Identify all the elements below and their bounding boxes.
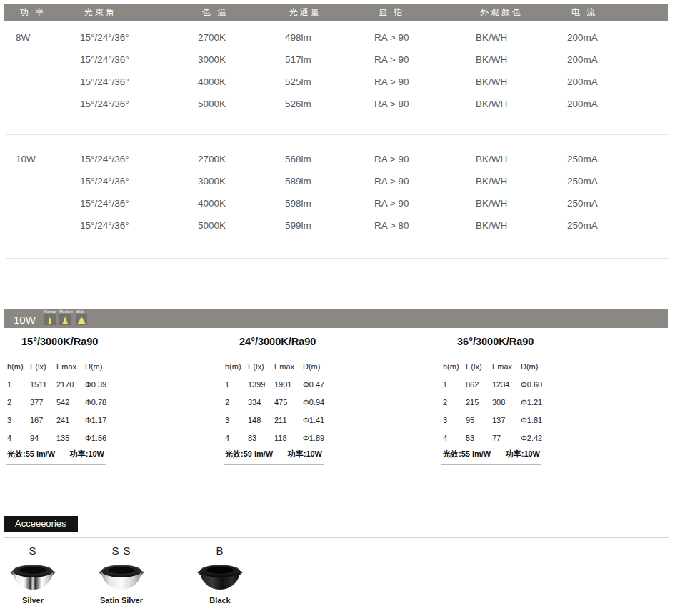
cell-flux: 526lm bbox=[273, 93, 362, 115]
cell-cri: RA > 80 bbox=[362, 214, 464, 237]
power-label: 8W bbox=[4, 26, 68, 49]
pt-col-d: D(m) bbox=[303, 358, 395, 376]
cell-cri: RA > 90 bbox=[362, 170, 464, 192]
spec-sheet-page: 功 率 光束角 色 温 光通量 显 指 外观颜色 电 流 8W 15°/24°/… bbox=[0, 0, 675, 616]
efficacy-value: 光效:59 lm/W bbox=[225, 449, 273, 459]
spec-group-10w: 10W 15°/24°/36° 2700K 568lm RA > 90 BK/W… bbox=[4, 148, 668, 237]
cell-finish: BK/WH bbox=[464, 26, 555, 49]
pt-cell: Φ2.42 bbox=[521, 429, 613, 447]
pt-cell: Φ0.60 bbox=[521, 376, 613, 394]
pt-cell: 4 bbox=[7, 429, 30, 447]
accessory-black: B Bl bbox=[194, 545, 246, 605]
pt-cell: 137 bbox=[492, 412, 521, 429]
beam-triangle-medium-icon bbox=[59, 314, 71, 325]
section-divider bbox=[6, 258, 669, 259]
pt-cell: Φ1.56 bbox=[85, 429, 177, 447]
pt-cell: 94 bbox=[30, 429, 56, 447]
accessory-satin-silver: S S bbox=[96, 545, 147, 605]
pt-cell: 2 bbox=[225, 394, 248, 412]
pt-cell: Φ0.78 bbox=[85, 394, 177, 412]
table-row: 15°/24°/36° 4000K 525lm RA > 90 BK/WH 20… bbox=[4, 71, 668, 93]
pt-cell: 3 bbox=[7, 412, 30, 429]
cell-cct: 4000K bbox=[186, 71, 273, 93]
efficacy-value: 光效:55 lm/W bbox=[443, 449, 491, 459]
pt-cell: Φ0.39 bbox=[85, 376, 177, 394]
cell-finish: BK/WH bbox=[464, 148, 555, 170]
cell-current: 250mA bbox=[555, 214, 668, 237]
pt-cell: 475 bbox=[274, 394, 303, 412]
pt-cell: Φ0.47 bbox=[303, 376, 395, 394]
cell-beam: 15°/24°/36° bbox=[68, 49, 186, 71]
pt-cell: Φ1.41 bbox=[303, 412, 395, 429]
pt-cell: 77 bbox=[492, 429, 521, 447]
cell-beam: 15°/24°/36° bbox=[68, 26, 186, 49]
power-value: 功率:10W bbox=[506, 449, 540, 459]
cell-current: 200mA bbox=[555, 49, 668, 71]
cell-flux: 498lm bbox=[273, 26, 362, 49]
pt-cell: 1 bbox=[443, 376, 466, 394]
col-header-flux: 光通量 bbox=[273, 6, 362, 19]
table-row: 8W 15°/24°/36° 2700K 498lm RA > 90 BK/WH… bbox=[4, 26, 668, 49]
cell-flux: 598lm bbox=[273, 192, 362, 214]
pt-cell: 83 bbox=[248, 429, 274, 447]
cell-cri: RA > 90 bbox=[362, 26, 464, 49]
pt-col-e: E(lx) bbox=[30, 358, 56, 376]
photometry-title: 36°/3000K/Ra90 bbox=[441, 336, 613, 347]
photometry-grid: h(m) E(lx) Emax D(m) 1 862 1234 Φ0.60 2 … bbox=[441, 358, 613, 447]
pt-cell: 215 bbox=[466, 394, 492, 412]
beam-wide-label: Wide bbox=[76, 309, 84, 314]
cell-current: 200mA bbox=[555, 26, 668, 49]
cell-cri: RA > 90 bbox=[362, 192, 464, 214]
cell-beam: 15°/24°/36° bbox=[68, 93, 186, 115]
pt-cell: 2 bbox=[7, 394, 30, 412]
col-header-finish: 外观颜色 bbox=[464, 6, 555, 19]
pt-col-h: h(m) bbox=[443, 358, 466, 376]
cell-cct: 3000K bbox=[186, 170, 273, 192]
pt-cell: 1234 bbox=[492, 376, 521, 394]
cell-finish: BK/WH bbox=[464, 214, 555, 237]
cell-current: 200mA bbox=[555, 71, 668, 93]
pt-cell: 2 bbox=[443, 394, 466, 412]
cell-cct: 2700K bbox=[186, 148, 273, 170]
power-value: 功率:10W bbox=[70, 449, 104, 459]
efficacy-value: 光效:55 lm/W bbox=[7, 449, 55, 459]
pt-cell: Φ0.94 bbox=[303, 394, 395, 412]
photometry-band: 10W Narrow Medium Wide bbox=[4, 309, 668, 328]
cell-flux: 517lm bbox=[273, 49, 362, 71]
pt-cell: 377 bbox=[30, 394, 56, 412]
pt-col-e: E(lx) bbox=[248, 358, 274, 376]
pt-cell: 53 bbox=[466, 429, 492, 447]
pt-cell: 1901 bbox=[274, 376, 303, 394]
table-row: 15°/24°/36° 3000K 589lm RA > 90 BK/WH 25… bbox=[4, 170, 668, 192]
photometry-table-15deg: 15°/3000K/Ra90 h(m) E(lx) Emax D(m) 1 15… bbox=[6, 336, 177, 465]
beam-wide-unit: Wide bbox=[76, 309, 87, 325]
pt-col-emax: Emax bbox=[56, 358, 85, 376]
pt-cell: 148 bbox=[248, 412, 274, 429]
beam-triangle-wide-icon bbox=[76, 314, 87, 325]
pt-cell: 1 bbox=[7, 376, 30, 394]
cell-current: 250mA bbox=[555, 192, 668, 214]
col-header-cri: 显 指 bbox=[362, 6, 464, 19]
cell-current: 200mA bbox=[555, 93, 668, 115]
col-header-cct: 色 温 bbox=[186, 6, 273, 19]
pt-cell: 241 bbox=[56, 412, 85, 429]
table-row: 10W 15°/24°/36° 2700K 568lm RA > 90 BK/W… bbox=[4, 148, 668, 170]
trim-ring-silver-icon bbox=[7, 560, 59, 594]
cell-cct: 4000K bbox=[186, 192, 273, 214]
cell-finish: BK/WH bbox=[464, 170, 555, 192]
pt-cell: 542 bbox=[56, 394, 85, 412]
pt-cell: 308 bbox=[492, 394, 521, 412]
pt-col-emax: Emax bbox=[274, 358, 303, 376]
photometry-grid: h(m) E(lx) Emax D(m) 1 1511 2170 Φ0.39 2… bbox=[6, 358, 177, 447]
beam-medium-unit: Medium bbox=[59, 309, 73, 325]
pt-cell: Φ1.21 bbox=[521, 394, 613, 412]
cell-cct: 3000K bbox=[186, 49, 273, 71]
photometry-table-24deg: 24°/3000K/Ra90 h(m) E(lx) Emax D(m) 1 13… bbox=[224, 336, 395, 465]
cell-finish: BK/WH bbox=[464, 49, 555, 71]
finish-label: Silver bbox=[7, 596, 59, 605]
power-value: 功率:10W bbox=[288, 449, 322, 459]
photometry-footer: 光效:55 lm/W 功率:10W bbox=[6, 449, 106, 465]
cell-flux: 568lm bbox=[273, 148, 362, 170]
cell-flux: 599lm bbox=[273, 214, 362, 237]
power-label: 10W bbox=[4, 148, 68, 170]
